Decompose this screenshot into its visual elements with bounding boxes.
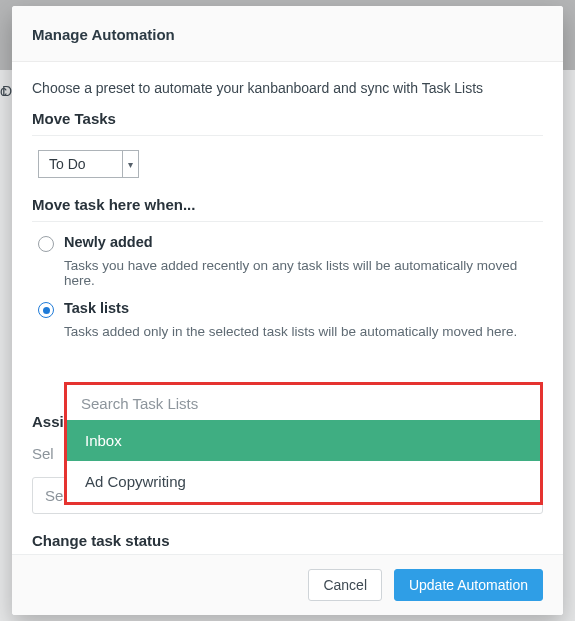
option-task-lists-label: Task lists: [64, 300, 129, 316]
modal-footer: Cancel Update Automation: [12, 554, 563, 615]
column-select[interactable]: To Do ▾: [38, 150, 139, 178]
tasklist-option-ad-copywriting[interactable]: Ad Copywriting: [67, 461, 540, 502]
option-newly-added-label: Newly added: [64, 234, 153, 250]
trigger-heading: Move task here when...: [32, 196, 543, 222]
update-automation-button[interactable]: Update Automation: [394, 569, 543, 601]
modal-subtitle: Choose a preset to automate your kanbanb…: [32, 80, 543, 96]
tasklist-option-inbox[interactable]: Inbox: [67, 420, 540, 461]
chevron-down-icon: ▾: [122, 151, 138, 177]
tasklist-search-input[interactable]: Search Task Lists: [67, 385, 540, 420]
manage-automation-modal: Manage Automation Choose a preset to aut…: [12, 6, 563, 615]
modal-title: Manage Automation: [12, 6, 563, 62]
change-status-heading: Change task status: [32, 532, 543, 554]
radio-newly-added[interactable]: [38, 236, 54, 252]
column-select-value: To Do: [39, 156, 122, 172]
radio-task-lists[interactable]: [38, 302, 54, 318]
option-newly-added-desc: Tasks you have added recently on any tas…: [64, 258, 543, 288]
tasklist-dropdown: Search Task Lists Inbox Ad Copywriting: [64, 382, 543, 505]
cancel-button[interactable]: Cancel: [308, 569, 382, 601]
move-tasks-heading: Move Tasks: [32, 110, 543, 136]
option-task-lists-desc: Tasks added only in the selected task li…: [64, 324, 543, 339]
